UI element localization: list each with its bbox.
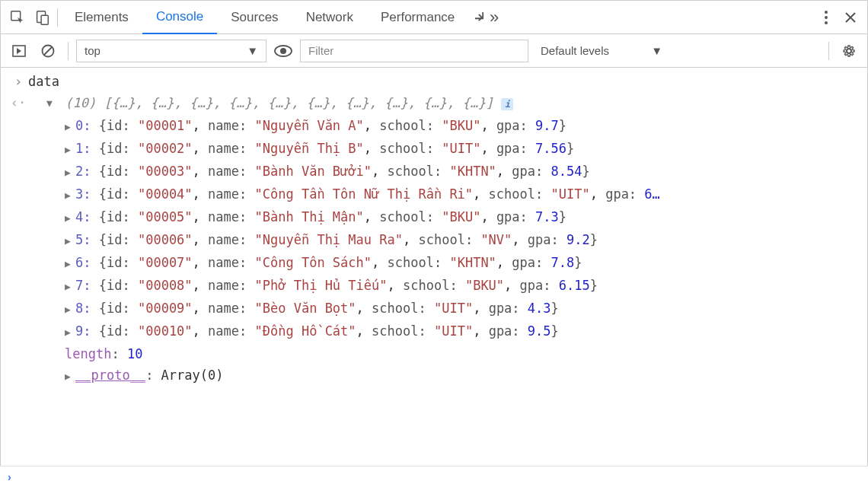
svg-rect-2: [41, 15, 48, 24]
console-result-summary[interactable]: ‹· ▼ (10) [{…}, {…}, {…}, {…}, {…}, {…},…: [1, 92, 867, 115]
console-prompt[interactable]: ›: [0, 466, 868, 487]
expand-triangle-icon: ▶: [65, 253, 75, 275]
expand-triangle-icon: ▶: [65, 231, 75, 252]
context-selector[interactable]: top ▼: [76, 40, 266, 62]
array-item-row[interactable]: ▶7: {id: "00008", name: "Phở Thị Hủ Tiếu…: [1, 275, 867, 298]
array-length-row: length: 10: [1, 343, 867, 364]
array-item-row[interactable]: ▶0: {id: "00001", name: "Nguyễn Văn A", …: [1, 115, 867, 138]
svg-point-4: [825, 16, 828, 19]
expand-triangle-icon: ▶: [65, 366, 75, 387]
devtools-tabbar: Elements Console Sources Network Perform…: [1, 1, 867, 34]
array-item-row[interactable]: ▶9: {id: "00010", name: "Đồng Hồ Cát", s…: [1, 320, 867, 343]
expand-triangle-icon: ▶: [65, 299, 75, 320]
array-proto-row[interactable]: ▶__proto__: Array(0): [1, 364, 867, 387]
divider: [68, 42, 69, 60]
expand-triangle-icon: ▶: [65, 116, 75, 138]
divider: [828, 42, 829, 60]
divider: [57, 8, 58, 27]
svg-point-5: [825, 21, 828, 24]
array-item-row[interactable]: ▶8: {id: "00009", name: "Bèo Văn Bọt", s…: [1, 298, 867, 320]
array-item-row[interactable]: ▶6: {id: "00007", name: "Công Tôn Sách",…: [1, 252, 867, 275]
tab-network[interactable]: Network: [292, 1, 367, 34]
svg-point-3: [825, 11, 828, 14]
levels-label: Default levels: [541, 44, 609, 57]
live-expression-icon[interactable]: [271, 39, 295, 63]
array-item-row[interactable]: ▶1: {id: "00002", name: "Nguyễn Thị B", …: [1, 138, 867, 161]
input-expression: data: [28, 74, 59, 89]
toggle-sidebar-icon[interactable]: [7, 39, 31, 63]
tab-console[interactable]: Console: [142, 1, 217, 34]
array-item-row[interactable]: ▶3: {id: "00004", name: "Công Tần Tôn Nữ…: [1, 183, 867, 206]
kebab-menu-icon[interactable]: [814, 5, 838, 30]
console-toolbar: top ▼ Default levels ▼: [1, 34, 867, 68]
log-levels-selector[interactable]: Default levels ▼: [533, 40, 670, 62]
filter-input[interactable]: [300, 40, 528, 62]
proto-key: __proto__: [75, 368, 145, 383]
device-toolbar-icon[interactable]: [30, 5, 54, 30]
inspect-element-icon[interactable]: [5, 5, 30, 30]
svg-point-9: [280, 48, 286, 54]
array-count: (10): [65, 95, 96, 110]
proto-value: Array(0): [161, 368, 224, 383]
output-caret-icon: ‹·: [11, 92, 26, 113]
array-item-row[interactable]: ▶5: {id: "00006", name: "Nguyễn Thị Mau …: [1, 229, 867, 252]
expand-triangle-icon: ▶: [65, 185, 75, 206]
tab-elements[interactable]: Elements: [61, 1, 142, 34]
chevron-down-icon: ▼: [651, 44, 662, 57]
console-input-echo: › data: [1, 71, 867, 92]
console-output: › data ‹· ▼ (10) [{…}, {…}, {…}, {…}, {……: [1, 68, 867, 453]
more-tabs-icon[interactable]: »: [474, 5, 499, 30]
length-value: 10: [127, 346, 142, 361]
length-key: length: [65, 346, 111, 361]
settings-gear-icon[interactable]: [837, 39, 861, 63]
chevron-down-icon: ▼: [247, 44, 258, 57]
prompt-caret-icon: ›: [8, 471, 11, 483]
close-devtools-icon[interactable]: [838, 5, 863, 30]
expand-triangle-icon: ▶: [65, 276, 75, 298]
input-caret-icon: ›: [14, 71, 22, 92]
collapse-triangle-icon: ▼: [46, 93, 57, 114]
context-label: top: [85, 44, 101, 57]
expand-triangle-icon: ▶: [65, 322, 75, 343]
array-item-row[interactable]: ▶4: {id: "00005", name: "Bành Thị Mận", …: [1, 206, 867, 229]
array-item-row[interactable]: ▶2: {id: "00003", name: "Bành Văn Bưởi",…: [1, 161, 867, 183]
info-badge-icon[interactable]: i: [501, 98, 513, 110]
expand-triangle-icon: ▶: [65, 139, 75, 161]
expand-triangle-icon: ▶: [65, 208, 75, 229]
tab-sources[interactable]: Sources: [217, 1, 292, 34]
clear-console-icon[interactable]: [36, 39, 60, 63]
expand-triangle-icon: ▶: [65, 162, 75, 183]
tab-performance[interactable]: Performance: [367, 1, 468, 34]
